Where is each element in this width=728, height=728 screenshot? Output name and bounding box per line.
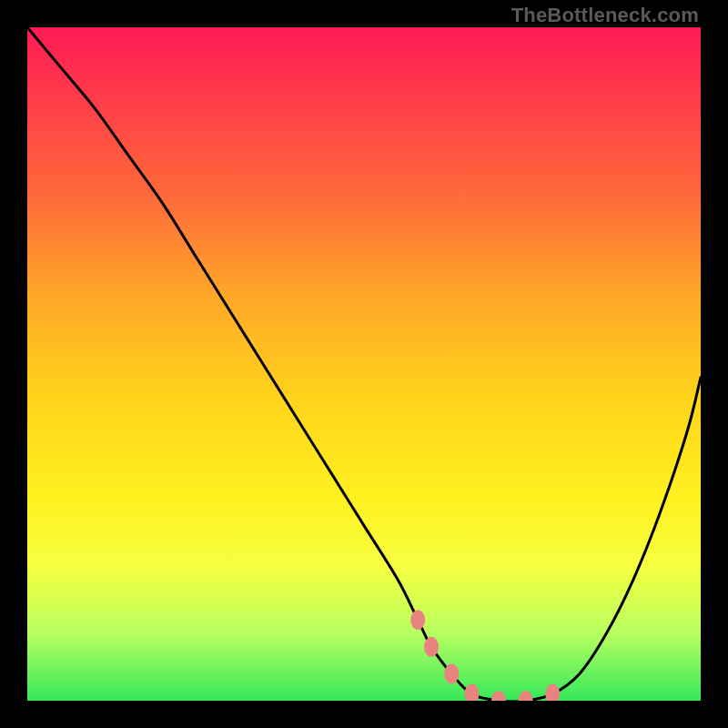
highlight-dot	[444, 663, 459, 683]
chart-svg	[27, 27, 701, 701]
watermark-text: TheBottleneck.com	[511, 4, 699, 27]
highlight-dot	[410, 610, 425, 630]
chart-frame	[27, 27, 701, 701]
highlight-dot	[545, 684, 560, 701]
highlight-dot	[491, 691, 506, 701]
highlight-dot	[519, 691, 533, 701]
highlight-dots-group	[410, 610, 560, 701]
chart-curve	[27, 27, 701, 701]
highlight-dot	[424, 637, 439, 657]
highlight-dot	[464, 684, 479, 701]
